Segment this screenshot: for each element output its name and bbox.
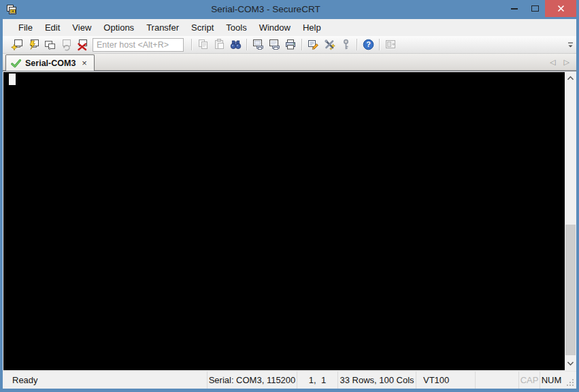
print-screen-button[interactable] bbox=[250, 37, 266, 52]
status-spacer bbox=[475, 372, 518, 389]
scroll-up-button[interactable] bbox=[565, 73, 576, 84]
maximize-button[interactable] bbox=[525, 0, 545, 17]
terminal-pane bbox=[3, 71, 576, 371]
connect-in-tab-icon bbox=[44, 38, 56, 51]
disconnect-button[interactable] bbox=[74, 37, 90, 52]
key-icon bbox=[340, 38, 352, 51]
toolbar: ? bbox=[3, 36, 576, 54]
menu-edit[interactable]: Edit bbox=[39, 19, 66, 36]
tab-scroll-right-icon[interactable]: ▷ bbox=[564, 58, 569, 67]
toolbar-separator bbox=[357, 39, 357, 50]
tab-close-icon[interactable]: × bbox=[82, 59, 87, 67]
minimize-button[interactable] bbox=[504, 0, 525, 17]
toolbar-separator bbox=[246, 39, 247, 50]
close-icon bbox=[557, 5, 565, 12]
resize-grip-icon bbox=[566, 378, 575, 387]
global-options-button[interactable] bbox=[321, 37, 337, 52]
host-input[interactable] bbox=[93, 38, 184, 52]
paste-button[interactable] bbox=[211, 37, 227, 52]
toolbar-separator bbox=[191, 39, 192, 50]
find-icon bbox=[229, 38, 242, 51]
menu-tools[interactable]: Tools bbox=[220, 19, 252, 36]
tab-serial-com3[interactable]: Serial-COM3 × bbox=[5, 54, 95, 71]
help-icon: ? bbox=[362, 38, 375, 51]
status-cursor-position: 1, 1 bbox=[297, 372, 337, 389]
session-options-icon bbox=[307, 38, 320, 51]
close-button[interactable] bbox=[545, 0, 576, 17]
menu-script[interactable]: Script bbox=[185, 19, 220, 36]
reconnect-icon bbox=[60, 38, 73, 51]
session-manager-button[interactable] bbox=[382, 37, 399, 52]
copy-button[interactable] bbox=[195, 37, 211, 52]
connect-in-tab-button[interactable] bbox=[42, 37, 58, 52]
app-icon bbox=[6, 4, 17, 15]
chevron-down-icon bbox=[565, 358, 576, 369]
titlebar[interactable]: Serial-COM3 - SecureCRT bbox=[0, 0, 579, 19]
minimize-icon bbox=[511, 8, 518, 10]
tab-scroll-controls: ◁ ▷ bbox=[550, 54, 569, 70]
securecrt-window: Serial-COM3 - SecureCRT File Edit View O… bbox=[0, 0, 579, 392]
status-bar: Ready Serial: COM3, 115200 1, 1 33 Rows,… bbox=[3, 371, 576, 389]
menu-bar: File Edit View Options Transfer Script T… bbox=[3, 19, 576, 36]
copy-icon bbox=[197, 38, 210, 51]
toolbar-separator bbox=[301, 39, 302, 50]
menu-options[interactable]: Options bbox=[97, 19, 140, 36]
status-caps-lock: CAP bbox=[518, 372, 540, 389]
reconnect-button[interactable] bbox=[58, 37, 74, 52]
paste-icon bbox=[213, 38, 226, 51]
print-preview-icon bbox=[268, 38, 281, 51]
quick-connect-icon bbox=[27, 38, 40, 51]
find-button[interactable] bbox=[227, 37, 244, 52]
key-agent-button[interactable] bbox=[337, 37, 354, 52]
window-controls bbox=[504, 0, 576, 17]
maximize-icon bbox=[531, 5, 539, 12]
status-serial-info: Serial: COM3, 115200 bbox=[207, 372, 297, 389]
status-grid-size: 33 Rows, 100 Cols bbox=[337, 372, 416, 389]
menu-window[interactable]: Window bbox=[253, 19, 297, 36]
window-title: Serial-COM3 - SecureCRT bbox=[41, 0, 491, 19]
disconnect-icon bbox=[76, 38, 89, 51]
print-screen-icon bbox=[252, 38, 265, 51]
vertical-scrollbar[interactable] bbox=[565, 72, 576, 371]
terminal-screen[interactable] bbox=[3, 72, 565, 370]
menu-view[interactable]: View bbox=[66, 19, 97, 36]
menu-file[interactable]: File bbox=[12, 19, 39, 36]
quick-connect-button[interactable] bbox=[25, 37, 42, 52]
tab-label: Serial-COM3 bbox=[25, 59, 76, 68]
print-icon bbox=[284, 38, 297, 51]
tab-scroll-left-icon[interactable]: ◁ bbox=[550, 58, 555, 67]
chevron-up-icon bbox=[565, 73, 576, 84]
session-manager-icon bbox=[384, 38, 397, 51]
menu-transfer[interactable]: Transfer bbox=[140, 19, 185, 36]
scroll-down-button[interactable] bbox=[565, 358, 576, 369]
svg-text:?: ? bbox=[366, 40, 371, 48]
session-options-button[interactable] bbox=[305, 37, 321, 52]
print-preview-button[interactable] bbox=[266, 37, 282, 52]
green-check-icon bbox=[11, 59, 21, 67]
overflow-chevron-icon bbox=[567, 41, 574, 49]
tab-bar: Serial-COM3 × ◁ ▷ bbox=[3, 54, 576, 71]
terminal-cursor bbox=[9, 74, 16, 85]
toolbar-overflow-button[interactable] bbox=[565, 37, 576, 52]
menu-help[interactable]: Help bbox=[297, 19, 327, 36]
status-emulation: VT100 bbox=[416, 372, 475, 389]
toolbar-separator bbox=[379, 39, 380, 50]
status-ready: Ready bbox=[3, 372, 207, 389]
connect-icon bbox=[11, 38, 24, 51]
connect-button[interactable] bbox=[9, 37, 25, 52]
status-num-lock: NUM bbox=[540, 372, 563, 389]
print-button[interactable] bbox=[282, 37, 299, 52]
global-options-icon bbox=[323, 38, 336, 51]
help-button[interactable]: ? bbox=[360, 37, 376, 52]
resize-grip[interactable] bbox=[563, 372, 576, 389]
scrollbar-thumb[interactable] bbox=[565, 225, 576, 355]
